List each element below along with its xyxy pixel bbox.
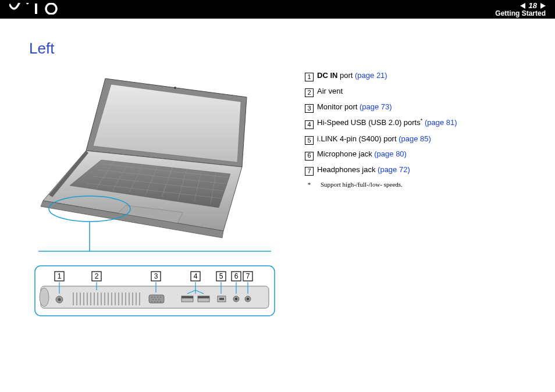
svg-point-54	[160, 297, 161, 298]
svg-point-56	[155, 299, 156, 300]
svg-point-57	[158, 299, 159, 300]
section-title: Left	[29, 40, 283, 58]
svg-point-69	[235, 298, 237, 300]
page-link-81[interactable]: (page 81)	[425, 119, 457, 127]
legend-item-4: 4 Hi-Speed USB (USB 2.0) ports* (page 81…	[305, 116, 532, 129]
svg-point-27	[40, 288, 49, 307]
legend-item-3: 3 Monitor port (page 73)	[305, 101, 532, 113]
legend-item-6: 6 Microphone jack (page 80)	[305, 148, 532, 161]
page-link-21[interactable]: (page 21)	[355, 71, 387, 80]
svg-point-52	[154, 297, 155, 298]
svg-point-51	[151, 297, 152, 298]
footnote-star: *	[305, 180, 314, 190]
callout-2: 2	[95, 272, 99, 280]
header-bar: 18 Getting Started	[0, 0, 555, 19]
legend-item-2: 2 Air vent	[305, 85, 532, 98]
svg-rect-50	[149, 295, 164, 303]
svg-point-58	[151, 301, 152, 302]
svg-point-71	[247, 298, 249, 300]
callout-4: 4	[194, 272, 198, 280]
legend-text-2: Air vent	[317, 85, 343, 98]
num-box-7: 7	[305, 167, 314, 176]
svg-rect-67	[219, 298, 224, 300]
header-right: 18 Getting Started	[495, 1, 546, 17]
num-box-2: 2	[305, 88, 314, 97]
section-label: Getting Started	[495, 9, 546, 17]
legend-item-7: 7 Headphones jack (page 72)	[305, 164, 532, 176]
prev-page-icon[interactable]	[520, 3, 525, 9]
svg-rect-65	[198, 296, 209, 298]
svg-rect-0	[35, 3, 37, 14]
legend-item-1: 1 DC IN port (page 21)	[305, 70, 532, 82]
svg-point-59	[154, 301, 155, 302]
footnote: * Support high-/full-/low- speeds.	[305, 180, 532, 190]
svg-rect-63	[182, 296, 193, 298]
page-link-73[interactable]: (page 73)	[360, 102, 392, 111]
next-page-icon[interactable]	[540, 3, 546, 9]
footnote-text: Support high-/full-/low- speeds.	[321, 180, 403, 190]
legend-text-4: Hi-Speed USB (USB 2.0) ports* (page 81)	[317, 116, 457, 129]
svg-point-1	[46, 3, 56, 14]
vaio-logo	[9, 1, 73, 19]
num-box-5: 5	[305, 136, 314, 145]
callout-5: 5	[219, 272, 223, 280]
svg-point-61	[160, 301, 161, 302]
num-box-4: 4	[305, 120, 314, 129]
legend-text-6: Microphone jack (page 80)	[317, 148, 407, 161]
num-box-6: 6	[305, 152, 314, 161]
callout-1: 1	[58, 272, 62, 280]
page-link-85[interactable]: (page 85)	[399, 134, 431, 143]
svg-point-4	[174, 87, 176, 89]
page-nav: 18	[520, 1, 546, 10]
page-link-80[interactable]: (page 80)	[374, 149, 407, 158]
legend-text-3: Monitor port (page 73)	[317, 101, 392, 113]
left-column: Left	[33, 40, 283, 318]
callout-7: 7	[246, 272, 250, 280]
svg-point-60	[157, 301, 158, 302]
num-box-1: 1	[305, 73, 314, 81]
num-box-3: 3	[305, 104, 314, 113]
svg-point-55	[152, 299, 154, 300]
legend-column: 1 DC IN port (page 21) 2 Air vent 3 Moni…	[305, 40, 532, 318]
legend-text-1: DC IN port (page 21)	[317, 70, 387, 82]
page-link-72[interactable]: (page 72)	[378, 165, 410, 174]
svg-point-53	[157, 297, 158, 298]
callout-3: 3	[154, 272, 158, 280]
page-number: 18	[529, 1, 537, 10]
callout-6: 6	[234, 272, 239, 280]
svg-point-29	[58, 298, 61, 301]
legend-text-7: Headphones jack (page 72)	[317, 164, 410, 176]
laptop-illustration: 1 2 3 4 5 6 7	[33, 74, 277, 318]
legend-item-5: 5 i.LINK 4-pin (S400) port (page 85)	[305, 133, 532, 145]
content-area: Left	[0, 19, 555, 330]
legend-text-5: i.LINK 4-pin (S400) port (page 85)	[317, 133, 431, 145]
